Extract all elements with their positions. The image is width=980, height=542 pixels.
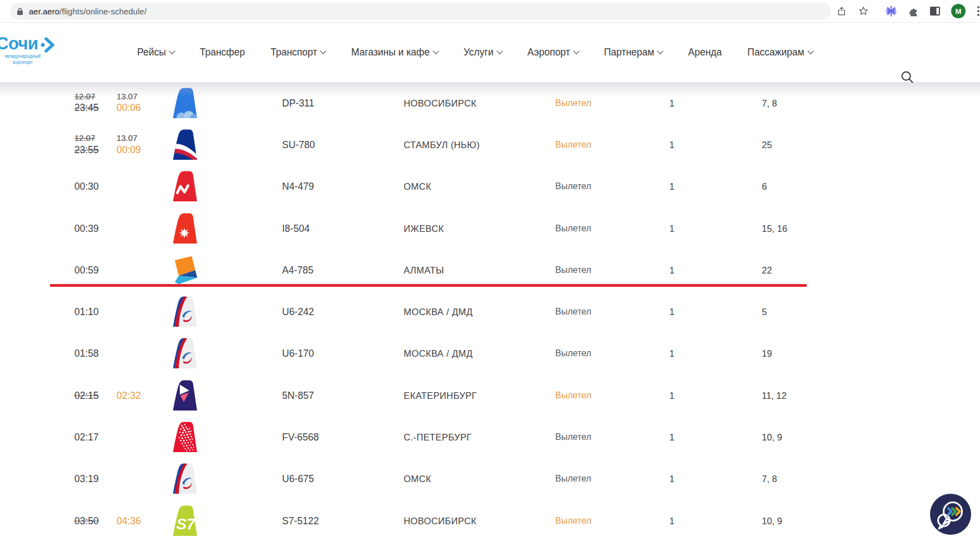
chat-bubbles-icon xyxy=(929,493,972,535)
nordwind-tail-icon xyxy=(169,169,199,204)
flight-row[interactable]: 03:50 04:36 S7 S7-5122 НОВОСИБИРСК Вылет… xyxy=(0,500,980,541)
nav-item-transfer[interactable]: Трансфер xyxy=(200,47,245,58)
nav-item-partners[interactable]: Партнерам xyxy=(604,47,663,58)
flight-row[interactable]: 03:19 U6-675 ОМСК Вылетел 1 7, 8 xyxy=(0,458,980,500)
destination: МОСКВА / ДМД xyxy=(404,307,473,317)
chevron-down-icon xyxy=(320,48,326,54)
aeroflot-tail-icon xyxy=(169,128,199,162)
gates: 7, 8 xyxy=(762,474,777,484)
chevron-down-icon xyxy=(433,48,439,54)
scheduled-time: 01:58 xyxy=(74,347,99,360)
gates: 5 xyxy=(762,307,767,317)
page: aer.aero/flights/online-schedule/ xyxy=(0,0,980,542)
nav-item-transport[interactable]: Транспорт xyxy=(270,47,325,58)
bookmark-star-icon[interactable] xyxy=(857,4,870,18)
flight-number: FV-6568 xyxy=(282,432,319,443)
url-path: /flights/online-schedule/ xyxy=(59,7,147,16)
gates: 25 xyxy=(762,139,772,150)
extensions-puzzle-icon[interactable] xyxy=(907,4,921,18)
scheduled-time: 00:59 xyxy=(74,264,99,276)
rossiya-tail-icon xyxy=(169,420,199,454)
url-text: aer.aero/flights/online-schedule/ xyxy=(29,7,147,16)
nav-item-airport[interactable]: Аэропорт xyxy=(527,47,579,58)
gates: 15, 16 xyxy=(762,223,787,234)
ural-airlines-tail-icon xyxy=(169,462,199,496)
nav-item-rent[interactable]: Аренда xyxy=(688,47,722,58)
flight-row[interactable]: 02:17 FV-6568 С.-ПЕТЕРБУРГ Вылетел 1 10,… xyxy=(0,416,980,458)
search-icon[interactable] xyxy=(900,70,914,84)
terminal: 1 xyxy=(658,515,686,526)
flight-status: Вылетел xyxy=(555,348,591,358)
flight-number: S7-5122 xyxy=(282,515,319,526)
extension-snowflake-icon[interactable] xyxy=(884,4,898,18)
chevron-down-icon xyxy=(573,48,579,54)
flight-row[interactable]: 01:58 U6-170 МОСКВА / ДМД Вылетел 1 19 xyxy=(0,333,980,374)
terminal: 1 xyxy=(658,139,686,150)
actual-time: 13.07 00:06 xyxy=(117,92,141,115)
lock-icon xyxy=(17,7,23,16)
terminal: 1 xyxy=(658,223,686,234)
destination: МОСКВА / ДМД xyxy=(404,348,473,359)
flight-number: U6-675 xyxy=(282,473,314,485)
flight-row[interactable]: 00:59 A4-785 АЛМАТЫ Вылетел 1 22 xyxy=(0,249,980,291)
flight-row[interactable]: 00:30 N4-479 ОМСК Вылетел 1 6 xyxy=(0,166,980,207)
actual-time: 13.07 00:09 xyxy=(117,133,141,156)
nav-item-flights[interactable]: Рейсы xyxy=(137,47,174,58)
nav-item-label: Пассажирам xyxy=(747,47,805,58)
destination: НОВОСИБИРСК xyxy=(404,98,476,108)
browser-toolbar: aer.aero/flights/online-schedule/ xyxy=(0,0,980,23)
destination: НОВОСИБИРСК xyxy=(404,515,476,526)
flight-row[interactable]: 12.07 23:45 13.07 00:06 DP-311 НОВОСИБИР… xyxy=(0,82,980,124)
flight-status: Вылетел xyxy=(555,98,591,108)
flight-number: N4-479 xyxy=(282,181,314,193)
flight-status: Вылетел xyxy=(555,516,591,526)
flight-number: 5N-857 xyxy=(282,389,314,401)
scheduled-time: 00:39 xyxy=(74,222,99,235)
ural-airlines-tail-icon xyxy=(169,295,199,329)
scheduled-time: 02:15 xyxy=(74,389,99,402)
chevron-down-icon xyxy=(807,48,813,54)
izhavia-tail-icon xyxy=(169,211,199,246)
destination: СТАМБУЛ (НЬЮ) xyxy=(404,139,480,150)
nav-item-passengers[interactable]: Пассажирам xyxy=(747,47,813,58)
gates: 22 xyxy=(762,265,772,275)
gates: 10, 9 xyxy=(762,432,782,443)
profile-avatar[interactable]: M xyxy=(951,4,966,18)
nav-item-services[interactable]: Услуги xyxy=(464,47,502,58)
terminal: 1 xyxy=(658,181,686,192)
flight-status: Вылетел xyxy=(555,391,591,401)
share-icon[interactable] xyxy=(835,4,848,18)
terminal: 1 xyxy=(658,265,686,275)
flight-status: Вылетел xyxy=(555,181,591,191)
logo-title: Сочи xyxy=(0,34,38,54)
chevron-down-icon xyxy=(657,48,664,54)
chat-widget-button[interactable] xyxy=(929,493,972,535)
gates: 7, 8 xyxy=(762,98,777,108)
browser-menu-dots-icon[interactable] xyxy=(972,4,980,18)
side-panel-icon[interactable] xyxy=(928,4,942,18)
destination: ЕКАТЕРИНБУРГ xyxy=(404,390,477,401)
scheduled-time: 12.07 23:45 xyxy=(74,92,99,115)
flight-status: Вылетел xyxy=(555,432,591,442)
ural-airlines-tail-icon xyxy=(169,336,199,371)
terminal: 1 xyxy=(658,390,686,401)
scheduled-time: 03:50 xyxy=(74,514,99,527)
sochi-airport-logo[interactable]: Сочи международный аэропорт xyxy=(0,34,79,65)
nav-item-shops-cafes[interactable]: Магазины и кафе xyxy=(351,47,438,58)
flight-row[interactable]: 00:39 I8-504 ИЖЕВСК Вылетел 1 15, 16 xyxy=(0,207,980,249)
terminal: 1 xyxy=(658,348,686,359)
gates: 11, 12 xyxy=(762,390,787,401)
gates: 6 xyxy=(762,181,767,192)
flight-row[interactable]: 02:15 02:32 5N-857 ЕКАТЕРИНБУРГ Вылетел … xyxy=(0,374,980,416)
terminal: 1 xyxy=(658,307,686,317)
actual-time: 02:32 xyxy=(117,389,141,402)
avatar-letter: M xyxy=(956,7,962,16)
address-bar[interactable]: aer.aero/flights/online-schedule/ xyxy=(10,3,831,19)
nav-item-label: Трансфер xyxy=(200,47,245,58)
flight-row[interactable]: 01:10 U6-242 МОСКВА / ДМД Вылетел 1 5 xyxy=(0,291,980,332)
flight-row[interactable]: 12.07 23:55 13.07 00:09 SU-780 СТАМБУЛ (… xyxy=(0,124,980,165)
site-header: Сочи международный аэропорт Рейсы Трансф… xyxy=(0,23,980,82)
terminal: 1 xyxy=(658,432,686,443)
terminal: 1 xyxy=(658,98,686,108)
chevron-down-icon xyxy=(496,48,502,54)
